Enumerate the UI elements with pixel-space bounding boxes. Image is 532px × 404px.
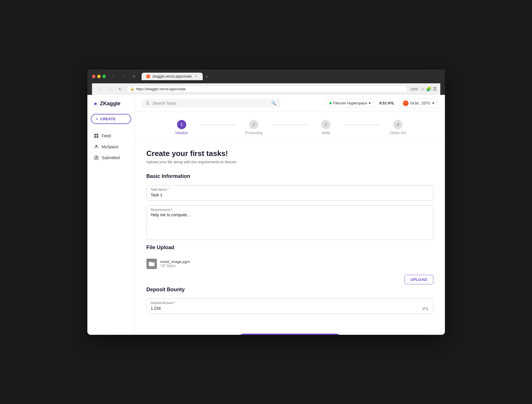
step-label-initialize: Initialize xyxy=(175,131,188,135)
form-content: Create your first tasks! Upload your fil… xyxy=(135,140,445,328)
page-title: Create your first tasks! xyxy=(146,149,433,158)
upload-button[interactable]: UPLOAD xyxy=(405,275,433,284)
app-header: ☰ Search Tasks 🔍 Filecoin Hyperspace ▾ 9… xyxy=(135,95,445,112)
extensions-icon[interactable]: 🧩 xyxy=(426,86,432,92)
stepper: 1 Initialize 2 Processing 3 Verify xyxy=(146,116,433,135)
sidebar: ★ ZKaggle + CREATE Fe xyxy=(87,95,135,335)
tab-favicon xyxy=(146,74,150,78)
wallet-badge[interactable]: 0x3d...2D7c ▾ xyxy=(399,98,438,108)
sidebar-item-myspace[interactable]: MySpace xyxy=(91,142,131,152)
create-plus-icon: + xyxy=(96,117,98,121)
bookmark-icon[interactable]: ☆ xyxy=(421,86,425,92)
myspace-label: MySpace xyxy=(102,144,119,149)
app-content: ★ ZKaggle + CREATE Fe xyxy=(87,95,445,335)
network-chevron-icon: ▾ xyxy=(369,101,371,105)
toolbar-refresh[interactable]: ↻ xyxy=(116,85,124,93)
submit-button[interactable]: $ DEPOSIT BOUNTY TO CREATE TASK xyxy=(237,334,342,335)
active-tab[interactable]: zkaggle.vercel.app/create ✕ xyxy=(142,73,203,80)
logo-text: ZKaggle xyxy=(100,101,121,107)
menu-icon[interactable]: ☰ xyxy=(433,86,437,92)
task-name-field[interactable]: Task Name * xyxy=(146,185,433,201)
step-circle-processing: 2 xyxy=(249,120,258,129)
file-upload-title: File Upload xyxy=(146,245,433,251)
tab-close-button[interactable]: ✕ xyxy=(194,74,198,78)
requirements-label: Requirements * xyxy=(151,208,429,211)
browser-nav-buttons: ← → ↻ xyxy=(109,72,138,80)
step-circle-initialize: 1 xyxy=(177,120,186,129)
requirements-field[interactable]: Requirements * Help me to compute... xyxy=(146,205,433,240)
stepper-container: 1 Initialize 2 Processing 3 Verify xyxy=(135,112,445,140)
step-label-processing: Processing xyxy=(245,131,262,135)
address-bar-icons: 🔒 xyxy=(130,87,134,91)
task-name-group: Task Name * xyxy=(146,185,433,201)
step-verify: 3 Verify xyxy=(308,120,344,135)
svg-rect-3 xyxy=(97,136,98,138)
new-tab-button[interactable]: + xyxy=(203,73,210,80)
deposit-input[interactable] xyxy=(151,306,418,311)
balance-display: 9.52 tFIL xyxy=(379,101,394,105)
browser-tabs: zkaggle.vercel.app/create ✕ + xyxy=(142,73,440,80)
sidebar-nav: Feed MySpace xyxy=(91,131,131,163)
back-button[interactable]: ← xyxy=(109,72,117,80)
deposit-title: Deposit Bounty xyxy=(146,287,433,293)
step-connector-2 xyxy=(272,125,308,125)
user-circle-icon xyxy=(94,155,99,160)
step-connector-3 xyxy=(344,125,380,125)
browser-controls: ← → ↻ zkaggle.vercel.app/create ✕ + xyxy=(92,72,440,80)
grid-icon xyxy=(94,133,99,138)
create-button[interactable]: + CREATE xyxy=(91,114,131,124)
page-subtitle: Upload your file along with the requirem… xyxy=(146,160,433,164)
step-label-verify: Verify xyxy=(322,131,330,135)
sidebar-item-submitted[interactable]: Submitted xyxy=(91,153,131,163)
svg-rect-1 xyxy=(97,134,98,136)
file-size: 797 Bytes xyxy=(160,264,433,268)
deposit-section: Deposit Bounty Deposit Amount * tFIL xyxy=(146,287,433,314)
deposit-group: Deposit Amount * tFIL xyxy=(146,298,433,314)
header-right: Filecoin Hyperspace ▾ 9.52 tFIL 0x3d...2… xyxy=(326,98,438,108)
wallet-avatar xyxy=(403,100,409,106)
basic-info-section: Basic Information Task Name * Requiremen… xyxy=(146,173,433,240)
hamburger-icon: ☰ xyxy=(146,101,150,106)
maximize-dot[interactable] xyxy=(102,75,106,78)
deposit-label: Deposit Amount * xyxy=(151,301,429,305)
step-processing: 2 Processing xyxy=(236,120,272,135)
svg-rect-0 xyxy=(94,134,96,136)
step-circle-checkout: 4 xyxy=(393,120,403,129)
task-name-input[interactable] xyxy=(151,193,429,197)
file-item: mnist_image.pgm 797 Bytes xyxy=(146,256,433,271)
file-name: mnist_image.pgm xyxy=(160,260,433,264)
network-label: Filecoin Hyperspace xyxy=(333,101,367,105)
step-initialize: 1 Initialize xyxy=(164,120,200,135)
toolbar-back[interactable]: ← xyxy=(95,85,104,93)
deposit-suffix: tFIL xyxy=(422,306,429,311)
refresh-button[interactable]: ↻ xyxy=(130,72,138,80)
address-text: https://zkaggle.vercel.app/create xyxy=(136,87,404,91)
minimize-dot[interactable] xyxy=(97,75,101,78)
toolbar-actions: ☆ 🧩 ☰ xyxy=(421,86,437,92)
forward-button[interactable]: → xyxy=(120,72,128,80)
svg-point-4 xyxy=(95,145,97,147)
step-connector-1 xyxy=(200,125,236,125)
toolbar-forward[interactable]: → xyxy=(106,85,114,93)
zoom-level: 120% xyxy=(410,87,418,91)
network-status-dot xyxy=(329,102,332,104)
requirements-group: Requirements * Help me to compute... xyxy=(146,205,433,240)
sidebar-item-feed[interactable]: Feed xyxy=(91,131,131,141)
file-info: mnist_image.pgm 797 Bytes xyxy=(160,260,433,268)
upload-row: UPLOAD xyxy=(146,275,433,284)
sidebar-logo: ★ ZKaggle xyxy=(91,99,131,108)
search-bar[interactable]: ☰ Search Tasks 🔍 xyxy=(142,99,280,108)
deposit-field[interactable]: Deposit Amount * tFIL xyxy=(146,298,433,314)
address-bar[interactable]: 🔒 https://zkaggle.vercel.app/create xyxy=(127,86,408,93)
svg-point-6 xyxy=(95,156,97,158)
step-label-checkout: Check Out xyxy=(390,131,406,135)
submitted-label: Submitted xyxy=(102,155,120,160)
requirements-textarea[interactable]: Help me to compute... xyxy=(151,213,429,236)
tab-title: zkaggle.vercel.app/create xyxy=(153,74,192,78)
network-selector[interactable]: Filecoin Hyperspace ▾ xyxy=(326,99,375,107)
search-placeholder: Search Tasks xyxy=(153,101,268,106)
user-icon xyxy=(94,144,99,149)
file-folder-icon xyxy=(146,259,157,269)
close-dot[interactable] xyxy=(92,75,95,78)
basic-info-title: Basic Information xyxy=(146,173,433,179)
